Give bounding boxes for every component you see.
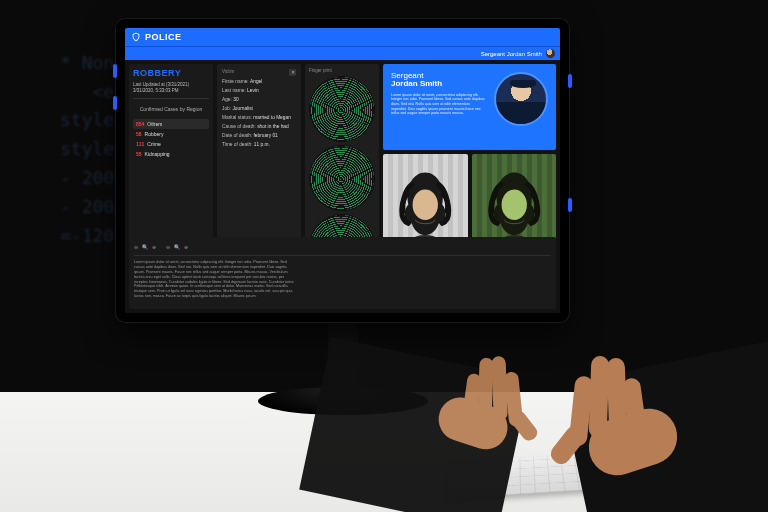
svg-point-4 — [501, 189, 526, 219]
cases-by-region-title: Confirmed Cases by Region — [133, 103, 209, 115]
monitor: POLICE Sergeant Jordan Smith ROBBERY Las… — [115, 18, 570, 415]
zoom-out-icon[interactable]: ⊖ — [134, 244, 138, 250]
category-list: 854Others 58Robbery 111Crime 55Kidnappin… — [133, 119, 209, 159]
mugshot-color[interactable] — [472, 154, 557, 250]
detail-row: Marital status: married to Megan — [222, 115, 296, 120]
category-count: 111 — [136, 141, 144, 147]
detail-key: Marital status: — [222, 115, 252, 120]
app-titlebar: POLICE — [125, 28, 560, 46]
officer-card: Sergeant Jordan Smith Lorem ipsum dolor … — [383, 64, 556, 150]
officer-title: Sergeant Jordan Smith — [391, 72, 486, 89]
category-count: 58 — [136, 131, 142, 137]
last-updated: Last Updated at (3/31/2021) 3/31/2020, 5… — [133, 82, 209, 99]
user-bar[interactable]: Sergeant Jordan Smith — [125, 46, 560, 60]
monitor-stand-base — [258, 387, 428, 415]
detail-key: Cause of death: — [222, 124, 256, 129]
close-icon[interactable]: ✕ — [289, 69, 296, 76]
detail-key: Date of death: — [222, 133, 252, 138]
detail-key: Firste name: — [222, 79, 249, 84]
detail-value: Angel — [250, 79, 262, 84]
category-item-crime[interactable]: 111Crime — [133, 139, 209, 149]
category-count: 55 — [136, 151, 142, 157]
screen: POLICE Sergeant Jordan Smith ROBBERY Las… — [125, 28, 560, 313]
fingerprint-header: Finger print — [309, 68, 375, 73]
category-label: Others — [147, 121, 162, 127]
svg-point-2 — [413, 189, 438, 219]
app-title: POLICE — [145, 32, 182, 42]
detail-row: Firste name: Angel — [222, 79, 296, 84]
zoom-in-icon[interactable]: ⊕ — [152, 244, 156, 250]
detail-row: Age: 30 — [222, 97, 296, 102]
category-item-kidnapping[interactable]: 55Kidnapping — [133, 149, 209, 159]
officer-bio: Lorem ipsum dolor sit amet, consectetur … — [391, 93, 486, 116]
detail-row: Job: Journalist — [222, 106, 296, 111]
detail-key: Job: — [222, 106, 231, 111]
detail-value: february 01 — [253, 133, 277, 138]
officer-photo — [494, 72, 548, 126]
category-count: 854 — [136, 121, 144, 127]
mugshot-bw[interactable] — [383, 154, 468, 250]
category-label: Robbery — [145, 131, 164, 137]
last-updated-time: 3/31/2020, 5:33:03 PM — [133, 88, 209, 94]
detail-key: Time of death: — [222, 142, 252, 147]
search-icon[interactable]: 🔍 — [174, 244, 180, 250]
fingerprint-2[interactable] — [309, 145, 375, 211]
zoom-in-icon[interactable]: ⊕ — [184, 244, 188, 250]
report-text: Lorem ipsum dolor sit amet, consectetur … — [134, 260, 296, 304]
mugshot-row — [383, 154, 556, 250]
detail-row: Last name: Levin — [222, 88, 296, 93]
search-icon[interactable]: 🔍 — [142, 244, 148, 250]
category-item-robbery[interactable]: 58Robbery — [133, 129, 209, 139]
category-label: Kidnapping — [145, 151, 170, 157]
category-label: Crime — [147, 141, 160, 147]
officer-name: Jordan Smith — [391, 79, 442, 88]
report-panel: ⊖ 🔍 ⊕ ⊖ 🔍 ⊕ Lorem ipsum dolor sit amet, … — [129, 237, 556, 309]
victim-header: Victim — [222, 69, 234, 76]
current-user-name: Sergeant Jordan Smith — [481, 51, 542, 57]
detail-value: 30 — [233, 97, 238, 102]
category-item-others[interactable]: 854Others — [133, 119, 209, 129]
detail-value: married to Megan — [253, 115, 291, 120]
detail-key: Last name: — [222, 88, 246, 93]
shield-icon — [131, 32, 141, 42]
detail-key: Age: — [222, 97, 232, 102]
detail-value: 11 p.m. — [254, 142, 270, 147]
detail-row: Time of death: 11 p.m. — [222, 142, 296, 147]
detail-value: Journalist — [232, 106, 253, 111]
case-type-heading: ROBBERY — [133, 68, 209, 78]
detail-value: shot in the had — [257, 124, 288, 129]
detail-row: Cause of death: shot in the had — [222, 124, 296, 129]
zoom-out-icon[interactable]: ⊖ — [166, 244, 170, 250]
avatar[interactable] — [546, 49, 555, 58]
detail-row: Date of death: february 01 — [222, 133, 296, 138]
fingerprint-1[interactable] — [309, 76, 375, 142]
detail-value: Levin — [247, 88, 258, 93]
report-toolbar: ⊖ 🔍 ⊕ ⊖ 🔍 ⊕ — [134, 242, 551, 256]
